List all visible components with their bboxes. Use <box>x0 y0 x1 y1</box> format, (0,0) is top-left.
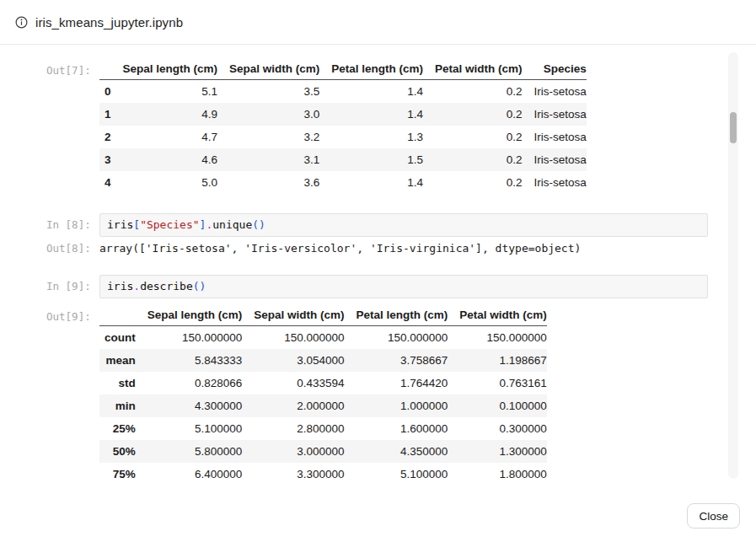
table-row: 05.13.51.40.2Iris-setosa <box>99 80 587 104</box>
row-index: count <box>99 326 136 350</box>
table-cell: 6.400000 <box>136 463 243 486</box>
table-cell: 5.100000 <box>136 417 243 440</box>
table-cell: 5.0 <box>111 171 218 194</box>
output-area: Sepal length (cm)Sepal width (cm)Petal l… <box>99 59 708 194</box>
table-cell: Iris-setosa <box>523 126 587 148</box>
table-cell: Iris-setosa <box>523 80 587 104</box>
row-index: 75% <box>99 463 136 486</box>
input-prompt: In [9]: <box>46 275 99 292</box>
output-text: array(['Iris-setosa', 'Iris-versicolor',… <box>99 237 708 255</box>
table-cell: 0.2 <box>423 171 523 194</box>
table-cell: 5.800000 <box>136 440 243 463</box>
table-row: 34.63.11.50.2Iris-setosa <box>99 148 587 171</box>
output-prompt: Out[8]: <box>46 237 99 255</box>
table-cell: 0.763161 <box>448 372 547 394</box>
column-header: Species <box>523 59 587 80</box>
table-row: std0.8280660.4335941.7644200.763161 <box>99 372 547 394</box>
iris-describe-table: Sepal length (cm)Sepal width (cm)Petal l… <box>99 305 547 486</box>
table-cell: 1.000000 <box>345 394 448 417</box>
row-index: 3 <box>99 148 111 171</box>
table-cell: 4.6 <box>111 148 218 171</box>
column-header: Sepal width (cm) <box>217 59 319 80</box>
row-index: 0 <box>99 80 111 104</box>
row-index: 1 <box>99 103 111 126</box>
table-cell: 3.5 <box>217 80 319 104</box>
table-cell: 3.000000 <box>242 440 344 463</box>
table-cell: 3.2 <box>217 126 319 148</box>
output-cell-7: Out[7]: Sepal length (cm)Sepal width (cm… <box>46 59 708 194</box>
input-area: iris.describe() <box>99 275 708 298</box>
dialog-header: iris_kmeans_jupyter.ipynb <box>0 0 756 45</box>
output-prompt: Out[9]: <box>46 305 99 323</box>
table-cell: 0.2 <box>423 103 523 126</box>
input-area: iris["Species"].unique() <box>99 213 708 237</box>
table-cell: 150.000000 <box>345 326 448 350</box>
table-cell: 0.2 <box>423 80 523 104</box>
table-cell: 0.300000 <box>448 417 547 440</box>
table-cell: 1.4 <box>319 103 423 126</box>
table-cell: 0.828066 <box>136 372 243 394</box>
table-cell: 1.4 <box>319 171 423 194</box>
table-cell: 5.100000 <box>345 463 448 486</box>
output-area: array(['Iris-setosa', 'Iris-versicolor',… <box>99 237 708 255</box>
table-cell: 1.300000 <box>448 440 547 463</box>
table-cell: Iris-setosa <box>523 171 587 194</box>
table-cell: 3.1 <box>217 148 319 171</box>
column-header: Sepal width (cm) <box>242 305 344 326</box>
table-cell: 0.100000 <box>448 394 547 417</box>
code-token: ) <box>259 218 265 231</box>
table-row: count150.000000150.000000150.000000150.0… <box>99 326 547 350</box>
table-cell: 4.350000 <box>345 440 448 463</box>
row-index: 50% <box>99 440 136 463</box>
row-index: mean <box>99 349 136 372</box>
table-cell: 5.843333 <box>136 349 243 372</box>
table-cell: 3.300000 <box>242 463 344 486</box>
table-cell: 150.000000 <box>448 326 547 350</box>
table-cell: 3.6 <box>217 171 319 194</box>
dialog-title: iris_kmeans_jupyter.ipynb <box>35 15 183 30</box>
scrollbar-thumb[interactable] <box>730 112 737 143</box>
close-button[interactable]: Close <box>687 503 740 529</box>
table-cell: 1.600000 <box>345 417 448 440</box>
table-cell: 4.9 <box>111 103 218 126</box>
table-cell: 150.000000 <box>242 326 344 350</box>
table-cell: 1.800000 <box>448 463 547 486</box>
row-index: min <box>99 394 136 417</box>
table-cell: 1.198667 <box>448 349 547 372</box>
column-header: Sepal length (cm) <box>111 59 218 80</box>
row-index: 4 <box>99 171 111 194</box>
column-header <box>99 59 111 80</box>
input-prompt: In [8]: <box>46 213 99 231</box>
table-cell: 2.000000 <box>242 394 344 417</box>
code-token: . <box>133 280 140 292</box>
notebook-preview: Out[7]: Sepal length (cm)Sepal width (cm… <box>0 46 756 489</box>
code-cell: iris.describe() <box>99 275 708 298</box>
row-index: 25% <box>99 417 136 440</box>
table-row: 24.73.21.30.2Iris-setosa <box>99 126 587 148</box>
table-row: min4.3000002.0000001.0000000.100000 <box>99 394 547 417</box>
input-cell-9: In [9]: iris.describe() <box>46 275 708 298</box>
table-cell: 150.000000 <box>136 326 243 350</box>
code-token: iris <box>107 280 133 292</box>
iris-head-table: Sepal length (cm)Sepal width (cm)Petal l… <box>99 59 587 194</box>
table-cell: Iris-setosa <box>523 103 587 126</box>
code-token: iris <box>107 218 133 231</box>
code-token: describe <box>140 280 193 292</box>
code-cell: iris["Species"].unique() <box>99 213 708 237</box>
column-header <box>99 305 136 326</box>
output-cell-9: Out[9]: Sepal length (cm)Sepal width (cm… <box>46 305 708 486</box>
table-cell: 1.5 <box>319 148 423 171</box>
output-area: Sepal length (cm)Sepal width (cm)Petal l… <box>99 305 708 486</box>
info-icon <box>15 16 28 29</box>
table-cell: 4.7 <box>111 126 218 148</box>
row-index: std <box>99 372 136 394</box>
code-token: "Species" <box>140 218 199 231</box>
table-cell: 0.2 <box>423 148 523 171</box>
file-preview-dialog: iris_kmeans_jupyter.ipynb Out[7]: Sepal … <box>0 0 756 542</box>
code-token: ( <box>193 280 200 292</box>
table-cell: 1.764420 <box>345 372 448 394</box>
column-header: Petal length (cm) <box>345 305 448 326</box>
column-header: Sepal length (cm) <box>136 305 243 326</box>
table-row: 14.93.01.40.2Iris-setosa <box>99 103 587 126</box>
scrollbar[interactable] <box>728 52 738 479</box>
